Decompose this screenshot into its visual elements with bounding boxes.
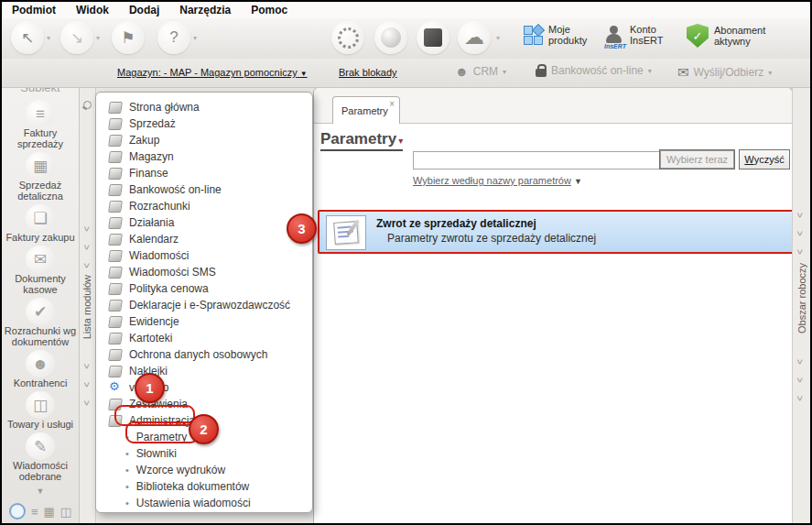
obszar-roboczy-strip[interactable]: > > > Obszar roboczy > > >: [792, 87, 810, 523]
sidebar-item-sprzedaz-detaliczna[interactable]: ▦ Sprzedaż detaliczna: [8, 152, 72, 202]
pin-icon[interactable]: [82, 100, 93, 111]
bullet-icon: •: [125, 498, 129, 509]
tree-item-rozrachunki[interactable]: Rozrachunki: [96, 198, 312, 214]
sidebar-item-wiadomosci-odebrane[interactable]: ✎ Wiadomości odebrane: [8, 432, 72, 482]
sidebar-item-faktury-zakupu[interactable]: ❏ Faktury zakupu: [4, 204, 77, 243]
tree-item-slowniki[interactable]: •Słowniki: [96, 445, 312, 462]
tree-item-dzialania[interactable]: Działania: [96, 214, 312, 231]
filter-by-name-link[interactable]: Wybierz według nazwy parametrów▼: [413, 175, 582, 186]
send-receive-icon: ✉: [677, 64, 689, 81]
tree-item-strona-glowna[interactable]: Strona główna: [96, 99, 312, 115]
menu-widok[interactable]: Widok: [66, 2, 119, 18]
workspace-panel: Parametry × Parametry▾ Wybierz teraz Wyc…: [313, 87, 793, 523]
tree-item-magazyn[interactable]: Magazyn: [96, 148, 312, 165]
annotation-step-3: 3: [287, 213, 317, 244]
lista-modulow-strip[interactable]: > > > Lista modułów > > >: [80, 87, 96, 523]
tree-item-naklejki[interactable]: Naklejki: [96, 363, 312, 379]
wybierz-teraz-button[interactable]: Wybierz teraz: [659, 149, 735, 170]
sidebar-item-towary-uslugi[interactable]: ◫ Towary i usługi: [2, 391, 79, 430]
back-dropdown-icon[interactable]: ▾: [47, 34, 50, 42]
tree-item-zakup[interactable]: Zakup: [96, 132, 312, 148]
archive-button[interactable]: [417, 21, 449, 54]
mini-selected-icon[interactable]: [9, 503, 26, 520]
sidebar-item-label: Wiadomości odebrane: [8, 460, 72, 482]
magazyn-selector[interactable]: Magazyn: - MAP - Magazyn pomocniczy ▼: [117, 67, 308, 78]
moje-produkty-button[interactable]: Moje produkty: [524, 24, 596, 46]
online-services-button[interactable]: [374, 21, 407, 54]
zwrot-parametr-item[interactable]: Zwrot ze sprzedaży detalicznej Parametry…: [318, 210, 793, 254]
contractors-icon: ☻: [26, 350, 55, 377]
tree-item-vendero[interactable]: ⚙vendero: [96, 379, 312, 396]
menu-narzedzia[interactable]: Narzędzia: [169, 2, 241, 18]
annotation-step-2: 2: [189, 414, 219, 444]
home-flag-button[interactable]: ⚑: [112, 21, 145, 54]
chevron-right-icon: >: [81, 226, 91, 232]
page-title[interactable]: Parametry▾: [320, 130, 403, 151]
sidebar-item-rozrachunki[interactable]: ✔ Rozrachunki wg dokumentów: [2, 298, 79, 347]
konto-insert-label: Konto InsERT: [630, 24, 668, 46]
tree-item-kartoteki[interactable]: Kartoteki: [96, 330, 312, 346]
tree-item-polityka-cenowa[interactable]: Polityka cenowa: [96, 280, 312, 297]
tree-item-finanse[interactable]: Finanse: [96, 165, 312, 181]
forward-arrow-icon: ↘: [70, 28, 83, 48]
sidebar-more-icon[interactable]: ▼: [37, 487, 45, 496]
tree-item-ustawienia-wiadomosci[interactable]: •Ustawienia wiadomości: [96, 495, 312, 511]
sidebar-item-label: Kontrahenci: [4, 377, 77, 388]
mini-box-icon[interactable]: ◫: [60, 505, 71, 519]
banking-icon: [108, 184, 123, 196]
menu-podmiot[interactable]: Podmiot: [2, 2, 66, 18]
tree-item-bankowosc[interactable]: Bankowość on-line: [96, 181, 312, 198]
tree-item-sprzedaz[interactable]: Sprzedaż: [96, 115, 312, 132]
tree-item-wzorce-wydrukow[interactable]: •Wzorce wydruków: [96, 462, 312, 478]
chevron-right-icon: >: [795, 231, 804, 236]
help-button[interactable]: ?: [157, 21, 190, 54]
lista-modulow-label: Lista modułów: [81, 275, 92, 339]
settings-button[interactable]: [331, 21, 364, 54]
account-person-icon: InsERT: [604, 25, 624, 45]
parameter-search-input[interactable]: [413, 151, 660, 170]
products-tiles-icon: [524, 26, 543, 45]
abonament-button[interactable]: ✓ Abonament aktywny: [687, 24, 787, 48]
sidebar-item-dokumenty-kasowe[interactable]: ✉ Dokumenty kasowe: [8, 246, 72, 295]
modules-tree-panel: Strona główna Sprzedaż Zakup Magazyn Fin…: [95, 92, 313, 513]
help-dropdown-icon[interactable]: ▾: [193, 34, 197, 42]
tab-parametry[interactable]: Parametry ×: [332, 96, 400, 124]
forward-dropdown-icon[interactable]: ▾: [96, 34, 100, 42]
brak-blokady-link[interactable]: Brak blokady: [339, 67, 397, 78]
settlements-icon: ✔: [26, 298, 55, 325]
cash-documents-icon: ✉: [26, 246, 55, 273]
wyczysc-button[interactable]: Wyczyść: [739, 149, 790, 170]
tree-item-wiadomosci[interactable]: Wiadomości: [96, 247, 312, 264]
wyslij-odbierz-button[interactable]: ✉ Wyślij/Odbierz ▾: [677, 64, 772, 81]
tree-item-deklaracje[interactable]: Deklaracje i e-Sprawozdawczość: [96, 297, 312, 313]
tree-item-biblioteka-dokumentow[interactable]: •Biblioteka dokumentów: [96, 478, 312, 495]
tree-item-kalendarz[interactable]: Kalendarz: [96, 231, 312, 247]
vendero-gear-icon: ⚙: [109, 381, 122, 394]
sidebar-item-kontrahenci[interactable]: ☻ Kontrahenci: [4, 350, 77, 388]
bullet-icon: •: [125, 481, 129, 492]
mini-basket-icon[interactable]: ▦: [44, 505, 55, 519]
cloud-dropdown-icon[interactable]: ▾: [496, 34, 500, 42]
obszar-roboczy-label: Obszar roboczy: [796, 263, 807, 334]
labels-icon: [108, 366, 123, 377]
tree-item-wiadomosci-sms[interactable]: Wiadomości SMS: [96, 264, 312, 280]
parameter-doc-icon: [326, 215, 366, 250]
tab-close-icon[interactable]: ×: [389, 99, 395, 109]
forward-button[interactable]: ↘: [60, 21, 93, 54]
tree-item-ochrona-danych[interactable]: Ochrona danych osobowych: [96, 346, 312, 363]
cloud-backup-button[interactable]: ☁: [458, 21, 491, 54]
tree-item-zestawienia[interactable]: Zestawienia: [96, 396, 312, 412]
back-button[interactable]: ↖: [11, 21, 44, 54]
crm-button[interactable]: ☻ CRM ▾: [455, 64, 506, 79]
konto-insert-button[interactable]: InsERT Konto InsERT: [604, 24, 668, 46]
menu-pomoc[interactable]: Pomoc: [241, 2, 298, 18]
menu-dodaj[interactable]: Dodaj: [119, 2, 169, 18]
tree-item-ewidencje[interactable]: Ewidencje: [96, 313, 312, 330]
mini-coins-icon[interactable]: ≡: [31, 505, 38, 519]
bankowosc-button[interactable]: Bankowość on-line ▾: [536, 64, 652, 77]
sidebar-item-faktury-sprzedazy[interactable]: ≡ Faktury sprzedaży: [8, 100, 72, 149]
administration-icon: [108, 415, 123, 427]
insert-badge: InsERT: [604, 43, 626, 49]
chevron-right-icon: >: [795, 377, 804, 383]
retail-sale-icon: ▦: [26, 152, 55, 180]
